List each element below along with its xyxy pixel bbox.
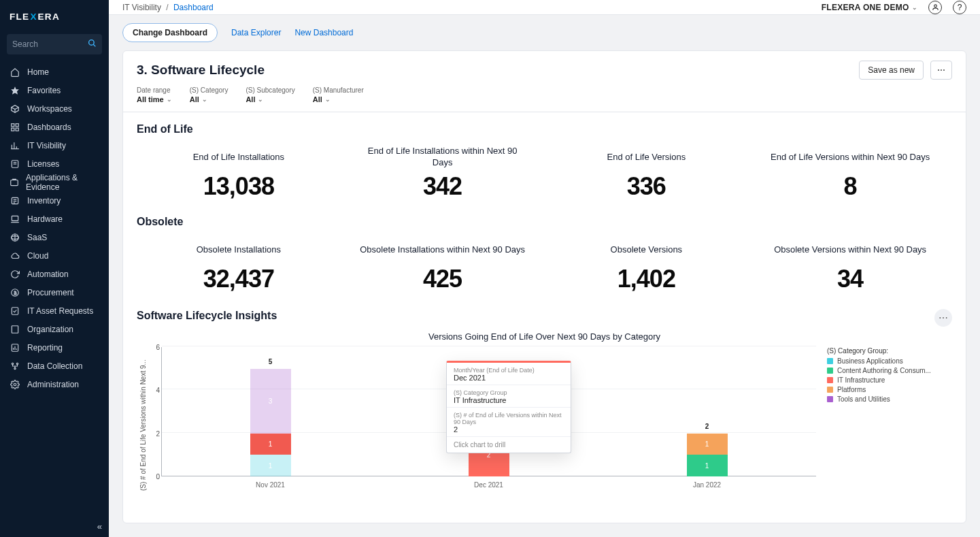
dashboard-header: 3. Software Lifecycle Save as new ⋯ — [123, 51, 966, 86]
legend-label: Content Authoring & Consum... — [837, 367, 931, 374]
saas-icon — [10, 232, 20, 243]
y-axis-label: (S) # of End of Life Versions within Nex… — [137, 347, 149, 504]
inventory-icon — [10, 195, 20, 206]
tooltip-row: (S) Category GroupIT Infrastructure — [447, 385, 571, 407]
sidebar-item-label: Home — [27, 67, 49, 77]
kpi-label: Obsolete Versions within Next 90 Days — [755, 238, 945, 262]
change-dashboard-button[interactable]: Change Dashboard — [122, 23, 218, 42]
filters-row: Date rangeAll time⌄(S) CategoryAll⌄(S) S… — [123, 86, 966, 112]
sidebar-item-procurement[interactable]: Procurement — [0, 283, 109, 302]
breadcrumb-current[interactable]: Dashboard — [173, 3, 214, 12]
svg-point-40 — [12, 363, 13, 364]
home-icon — [10, 67, 20, 78]
user-icon[interactable] — [928, 1, 942, 14]
sidebar-item-workspaces[interactable]: Workspaces — [0, 99, 109, 118]
legend-item[interactable]: Tools and Utilities — [827, 395, 952, 403]
star-icon — [10, 85, 20, 96]
kpi-value: 13,038 — [143, 172, 334, 201]
sidebar-item-automation[interactable]: Automation — [0, 265, 109, 283]
section-title-insights: Software Lifecycle Insights — [137, 310, 277, 322]
chart-more-button[interactable]: ⋯ — [934, 309, 952, 327]
legend-label: Tools and Utilities — [837, 395, 890, 403]
filter-label: (S) Subcategory — [246, 86, 294, 94]
sidebar-item-licenses[interactable]: Licenses — [0, 154, 109, 173]
kpi-label: End of Life Installations — [143, 145, 334, 169]
filter-label: Date range — [137, 86, 172, 94]
y-tick: 4 — [156, 387, 160, 394]
sidebar-item-label: Organization — [27, 325, 73, 334]
tooltip-footer: Click chart to drill — [447, 436, 571, 453]
kpi-value: 425 — [348, 265, 538, 293]
data-explorer-link[interactable]: Data Explorer — [231, 28, 281, 37]
legend-item[interactable]: Content Authoring & Consum... — [827, 367, 952, 374]
search-icon — [88, 39, 97, 50]
bar-group[interactable]: 5113 — [250, 369, 291, 476]
hardware-icon — [10, 214, 20, 225]
sidebar-item-favorites[interactable]: Favorites — [0, 81, 109, 99]
sidebar-item-it-asset-requests[interactable]: IT Asset Requests — [0, 302, 109, 320]
kpi-card: Obsolete Installations32,437 — [137, 233, 341, 297]
sidebar-item-reporting[interactable]: Reporting — [0, 338, 109, 357]
chevron-down-icon: ⌄ — [167, 96, 172, 103]
bar-segment[interactable]: 1 — [687, 434, 728, 455]
svg-rect-7 — [16, 123, 18, 126]
svg-rect-29 — [12, 325, 18, 333]
sidebar-search[interactable] — [7, 34, 102, 54]
org-switcher[interactable]: FLEXERA ONE DEMO ⌄ — [822, 3, 917, 12]
obsolete-kpi-row: Obsolete Installations32,437Obsolete Ins… — [137, 233, 952, 297]
sidebar-item-hardware[interactable]: Hardware — [0, 210, 109, 228]
sidebar-item-data-collection[interactable]: Data Collection — [0, 357, 109, 375]
kpi-label: End of Life Versions — [552, 145, 742, 169]
legend-swatch — [827, 358, 833, 364]
y-tick: 2 — [156, 429, 160, 437]
data-icon — [10, 361, 20, 372]
search-input[interactable] — [12, 39, 85, 49]
legend-swatch — [827, 387, 833, 393]
legend-item[interactable]: IT Infrastructure — [827, 376, 952, 384]
tooltip-label: (S) # of End of Life Versions within Nex… — [454, 412, 564, 425]
bar-segment[interactable]: 3 — [250, 369, 291, 434]
bar-group[interactable]: 211 — [687, 434, 728, 476]
legend-item[interactable]: Business Applications — [827, 357, 952, 365]
procurement-icon — [10, 287, 20, 298]
svg-point-3 — [89, 40, 95, 46]
collapse-sidebar-icon[interactable]: « — [97, 521, 102, 532]
sidebar-item-organization[interactable]: Organization — [0, 320, 109, 338]
filter--s-subcategory[interactable]: (S) SubcategoryAll⌄ — [246, 86, 294, 103]
sidebar-item-dashboards[interactable]: Dashboards — [0, 118, 109, 136]
help-icon[interactable]: ? — [953, 1, 966, 14]
y-tick: 0 — [156, 473, 160, 481]
chart-tooltip: Month/Year (End of Life Date)Dec 2021(S)… — [446, 361, 571, 453]
filter-date-range[interactable]: Date rangeAll time⌄ — [137, 86, 172, 103]
bar-segment[interactable]: 1 — [250, 434, 291, 455]
filter--s-category[interactable]: (S) CategoryAll⌄ — [190, 86, 229, 103]
cloud-icon — [10, 250, 20, 261]
filter-label: (S) Category — [190, 86, 229, 94]
sidebar-item-cloud[interactable]: Cloud — [0, 246, 109, 265]
filter--s-manufacturer[interactable]: (S) ManufacturerAll⌄ — [313, 86, 364, 103]
svg-text:FLE: FLE — [10, 12, 29, 22]
sidebar-item-applications-evidence[interactable]: Applications & Evidence — [0, 173, 109, 191]
svg-rect-28 — [12, 307, 18, 314]
tooltip-label: Month/Year (End of Life Date) — [454, 367, 564, 374]
sidebar-item-inventory[interactable]: Inventory — [0, 191, 109, 210]
admin-icon — [10, 379, 20, 390]
sidebar-item-home[interactable]: Home — [0, 63, 109, 81]
sidebar-item-it-visibility[interactable]: IT Visibility — [0, 136, 109, 154]
new-dashboard-link[interactable]: New Dashboard — [294, 28, 353, 37]
sidebar-item-saas[interactable]: SaaS — [0, 228, 109, 246]
save-as-new-button[interactable]: Save as new — [859, 61, 924, 80]
chart-title: Versions Going End of Life Over Next 90 … — [428, 331, 660, 342]
breadcrumb-separator: / — [166, 3, 168, 12]
topbar-right: FLEXERA ONE DEMO ⌄ ? — [822, 1, 966, 14]
legend-item[interactable]: Platforms — [827, 386, 952, 393]
sidebar-item-label: Reporting — [27, 343, 63, 353]
bar-segment[interactable]: 1 — [687, 455, 728, 476]
dashboard-more-button[interactable]: ⋯ — [930, 61, 952, 80]
sidebar-item-label: Inventory — [27, 196, 61, 206]
subtabs: Change Dashboard Data Explorer New Dashb… — [109, 15, 980, 46]
sidebar-item-administration[interactable]: Administration — [0, 375, 109, 393]
tooltip-value: 2 — [454, 425, 564, 434]
bar-segment[interactable]: 1 — [250, 455, 291, 476]
chart-legend: (S) Category Group: Business Application… — [816, 347, 952, 504]
